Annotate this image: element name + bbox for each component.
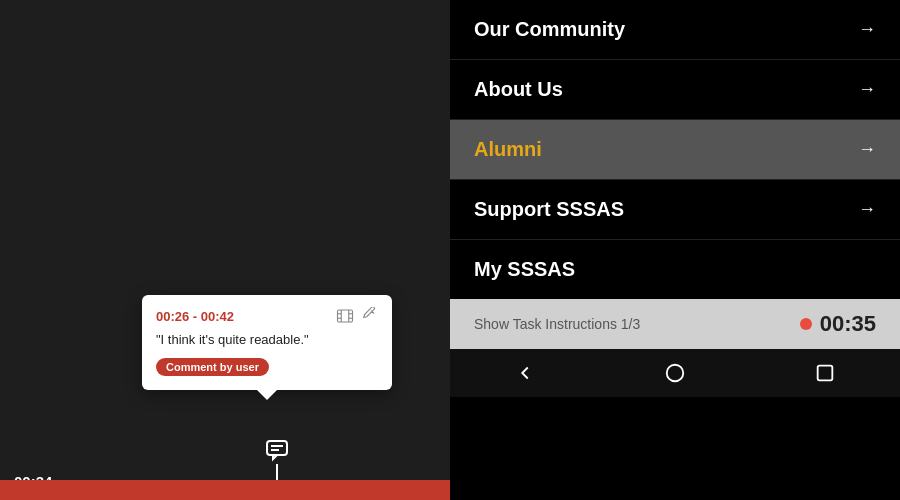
nav-arrow-our-community: → <box>858 19 876 40</box>
nav-item-alumni[interactable]: Alumni → <box>450 120 900 180</box>
svg-point-10 <box>667 365 684 382</box>
recording-dot <box>800 318 812 330</box>
nav-item-support-sssas[interactable]: Support SSSAS → <box>450 180 900 240</box>
nav-item-about-us[interactable]: About Us → <box>450 60 900 120</box>
nav-arrow-alumni: → <box>858 139 876 160</box>
chat-bubble-icon <box>265 438 289 462</box>
comment-time: 00:26 - 00:42 <box>156 309 234 324</box>
timeline-marker <box>265 438 289 484</box>
timeline-bar[interactable] <box>0 480 450 500</box>
task-timer: 00:35 <box>800 311 876 337</box>
recents-button[interactable] <box>811 359 839 387</box>
nav-arrow-about-us: → <box>858 79 876 100</box>
comment-icon-group <box>336 307 378 325</box>
nav-label-support-sssas: Support SSSAS <box>474 198 624 221</box>
timer-value: 00:35 <box>820 311 876 337</box>
edit-icon[interactable] <box>360 307 378 325</box>
comment-text: "I think it's quite readable." <box>156 332 378 347</box>
comment-badge: Comment by user <box>156 358 269 376</box>
svg-rect-0 <box>338 310 353 322</box>
comment-popup: 00:26 - 00:42 "I think it's quite r <box>142 295 392 390</box>
timeline-area: 00:34 00:26 <box>0 440 450 500</box>
film-icon[interactable] <box>336 307 354 325</box>
recents-icon <box>814 362 836 384</box>
android-navbar <box>450 349 900 397</box>
home-button[interactable] <box>661 359 689 387</box>
nav-label-about-us: About Us <box>474 78 563 101</box>
nav-list: Our Community → About Us → Alumni → Supp… <box>450 0 900 299</box>
back-icon <box>514 362 536 384</box>
task-label[interactable]: Show Task Instructions 1/3 <box>474 316 640 332</box>
task-bar: Show Task Instructions 1/3 00:35 <box>450 299 900 349</box>
nav-label-alumni: Alumni <box>474 138 542 161</box>
nav-arrow-support-sssas: → <box>858 199 876 220</box>
nav-item-my-sssas[interactable]: My SSSAS <box>450 240 900 299</box>
svg-rect-11 <box>818 366 833 381</box>
svg-rect-7 <box>267 441 287 455</box>
left-panel: 00:26 - 00:42 "I think it's quite r <box>0 0 450 500</box>
right-panel: Our Community → About Us → Alumni → Supp… <box>450 0 900 500</box>
nav-item-our-community[interactable]: Our Community → <box>450 0 900 60</box>
nav-label-my-sssas: My SSSAS <box>474 258 575 281</box>
nav-label-our-community: Our Community <box>474 18 625 41</box>
back-button[interactable] <box>511 359 539 387</box>
home-icon <box>664 362 686 384</box>
